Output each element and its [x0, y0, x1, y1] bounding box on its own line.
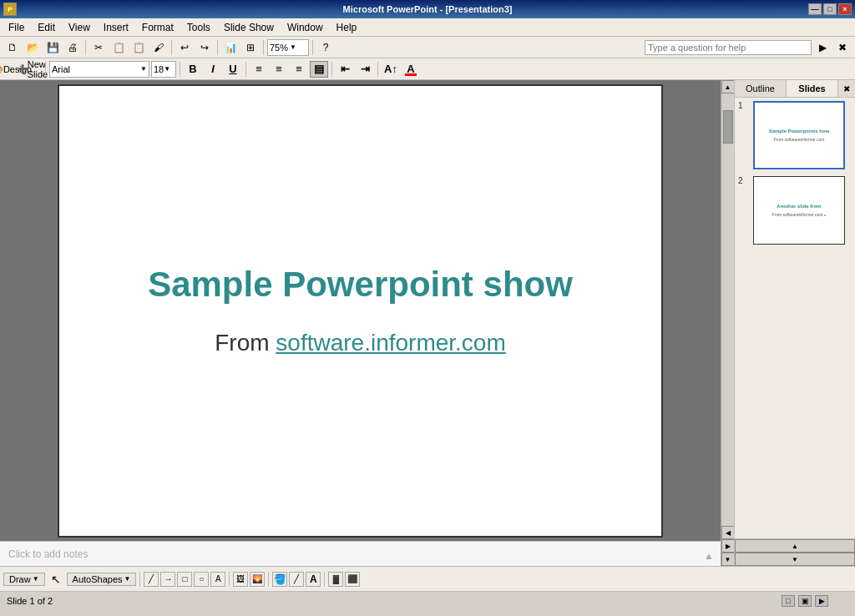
- separator-f2: [180, 62, 180, 77]
- decrease-indent-button[interactable]: ⇤: [336, 61, 354, 78]
- new-slide-button[interactable]: ➕ New Slide: [23, 60, 42, 78]
- panel-tabs: Outline Slides ✖: [735, 80, 855, 98]
- scroll-up-button[interactable]: ▲: [721, 80, 735, 93]
- justify-button[interactable]: ▤: [310, 61, 328, 78]
- zoom-selector[interactable]: 75% ▼: [267, 39, 309, 56]
- slide-subtitle: From software.informer.com: [215, 330, 506, 356]
- notes-placeholder: Click to add notes: [8, 548, 88, 560]
- vertical-scrollbar: ▲ ◀ ▶ ▼: [721, 80, 734, 566]
- 3d-button[interactable]: ⬛: [345, 572, 360, 587]
- help-button[interactable]: ?: [316, 38, 335, 57]
- scroll-thumb[interactable]: [723, 110, 733, 144]
- undo-button[interactable]: ↩: [175, 38, 194, 57]
- draw-button[interactable]: Draw ▼: [3, 573, 45, 586]
- shadow-button[interactable]: ▓: [328, 572, 343, 587]
- menu-format[interactable]: Format: [135, 20, 180, 35]
- separator-f5: [377, 62, 378, 77]
- menu-view[interactable]: View: [62, 20, 97, 35]
- thumb-sub-1: From softwareinformer.com: [774, 137, 825, 142]
- notes-area[interactable]: Click to add notes ▲: [0, 541, 721, 566]
- title-bar: P Microsoft PowerPoint - [Presentation3]…: [0, 0, 855, 18]
- window-title: Microsoft PowerPoint - [Presentation3]: [343, 4, 513, 14]
- new-button[interactable]: 🗋: [3, 38, 22, 57]
- select-tool[interactable]: ↖: [47, 570, 65, 588]
- notes-resize-handle[interactable]: ▲: [704, 550, 712, 558]
- menu-file[interactable]: File: [2, 20, 31, 35]
- subtitle-link[interactable]: software.informer.com: [276, 330, 505, 356]
- textbox-tool[interactable]: A: [210, 572, 225, 587]
- separator-f3: [245, 62, 246, 77]
- slide-thumb-2: 2 Another slide from From softwareinform…: [738, 176, 852, 245]
- cut-button[interactable]: ✂: [89, 38, 108, 57]
- align-right-button[interactable]: ≡: [290, 61, 308, 78]
- panel-scroll-up[interactable]: ▲: [735, 539, 855, 553]
- scroll-down-button[interactable]: ▼: [721, 553, 735, 566]
- font-size-increase-button[interactable]: A↑: [382, 61, 400, 78]
- oval-tool[interactable]: ○: [194, 572, 209, 587]
- underline-button[interactable]: U: [224, 61, 242, 78]
- paste-button[interactable]: 📋: [129, 38, 148, 57]
- menu-help[interactable]: Help: [330, 20, 364, 35]
- slide-editing-area: Sample Powerpoint show From software.inf…: [0, 80, 721, 566]
- menu-bar: File Edit View Insert Format Tools Slide…: [0, 18, 855, 37]
- help-search-input[interactable]: [645, 40, 812, 55]
- line-tool[interactable]: ╱: [144, 572, 159, 587]
- copy-button[interactable]: 📋: [109, 38, 128, 57]
- thumb-title-2: Another slide from: [777, 204, 821, 209]
- scroll-next-slide[interactable]: ▶: [721, 539, 735, 553]
- thumb-title-1: Sample Powerpoints how: [769, 129, 830, 134]
- title-bar-buttons: — □ ×: [808, 3, 852, 15]
- tab-outline[interactable]: Outline: [735, 80, 787, 97]
- normal-view-button[interactable]: □: [782, 595, 795, 607]
- thumb-sub-2: From softwareinformer.com »: [772, 212, 826, 217]
- insert-table-button[interactable]: ⊞: [241, 38, 260, 57]
- font-size-selector[interactable]: 18 ▼: [151, 61, 176, 78]
- slide-canvas[interactable]: Sample Powerpoint show From software.inf…: [58, 84, 663, 538]
- slide-sorter-button[interactable]: ▣: [798, 595, 812, 607]
- picture-tool[interactable]: 🌄: [250, 572, 265, 587]
- app-icon: P: [3, 3, 17, 16]
- menu-window[interactable]: Window: [281, 20, 330, 35]
- increase-indent-button[interactable]: ⇥: [356, 61, 374, 78]
- align-center-button[interactable]: ≡: [270, 61, 288, 78]
- close-button[interactable]: ×: [838, 3, 852, 15]
- autoshapes-button[interactable]: AutoShapes ▼: [67, 573, 137, 586]
- bottom-sep-3: [268, 572, 269, 587]
- slide-thumbnail-1[interactable]: Sample Powerpoints how From softwareinfo…: [753, 101, 845, 169]
- bottom-sep-1: [139, 572, 140, 587]
- rect-tool[interactable]: □: [177, 572, 192, 587]
- slide-thumbnail-2[interactable]: Another slide from From softwareinformer…: [753, 176, 845, 245]
- menu-slideshow[interactable]: Slide Show: [217, 20, 281, 35]
- format-painter-button[interactable]: 🖌: [149, 38, 168, 57]
- bold-button[interactable]: B: [184, 61, 202, 78]
- font-selector[interactable]: Arial ▼: [49, 61, 149, 78]
- redo-button[interactable]: ↪: [195, 38, 214, 57]
- fill-color-button[interactable]: 🪣: [272, 572, 287, 587]
- separator-3: [217, 40, 218, 55]
- clipart-tool[interactable]: 🖼: [233, 572, 248, 587]
- insert-chart-button[interactable]: 📊: [221, 38, 240, 57]
- line-color-button[interactable]: ╱: [289, 572, 304, 587]
- scroll-track[interactable]: [722, 93, 734, 526]
- slide-title[interactable]: Sample Powerpoint show: [148, 265, 573, 305]
- italic-button[interactable]: I: [204, 61, 222, 78]
- task-pane-button[interactable]: ✖: [833, 38, 852, 57]
- panel-scroll-down[interactable]: ▼: [735, 553, 855, 566]
- print-button[interactable]: 🖨: [63, 38, 82, 57]
- menu-insert[interactable]: Insert: [97, 20, 135, 35]
- tab-slides[interactable]: Slides: [787, 80, 838, 97]
- open-button[interactable]: 📂: [23, 38, 42, 57]
- menu-tools[interactable]: Tools: [180, 20, 217, 35]
- menu-edit[interactable]: Edit: [31, 20, 62, 35]
- arrow-tool[interactable]: →: [160, 572, 175, 587]
- slideshow-button[interactable]: ▶: [815, 595, 828, 607]
- font-color-button-2[interactable]: A: [306, 572, 321, 587]
- help-search-button[interactable]: ▶: [813, 38, 832, 57]
- scroll-prev-slide[interactable]: ◀: [721, 526, 735, 539]
- minimize-button[interactable]: —: [808, 3, 822, 15]
- maximize-button[interactable]: □: [823, 3, 837, 15]
- save-button[interactable]: 💾: [43, 38, 62, 57]
- align-left-button[interactable]: ≡: [250, 61, 268, 78]
- panel-close-button[interactable]: ✖: [840, 82, 853, 95]
- font-color-button[interactable]: A: [402, 61, 420, 78]
